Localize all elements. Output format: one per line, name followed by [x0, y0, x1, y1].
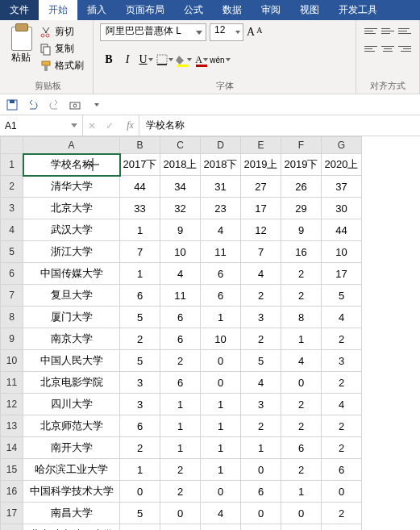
cell-B16[interactable]: 0 [120, 481, 160, 503]
cell-A6[interactable]: 中国传媒大学 [23, 263, 120, 285]
copy-button[interactable]: 复制 [37, 40, 86, 57]
cell-D13[interactable]: 1 [201, 415, 241, 437]
cell-E15[interactable]: 0 [241, 459, 281, 481]
cell-G5[interactable]: 10 [322, 241, 362, 263]
cell-G4[interactable]: 44 [322, 219, 362, 241]
row-header-12[interactable]: 12 [1, 394, 23, 415]
cell-G3[interactable]: 30 [322, 198, 362, 219]
col-header-C[interactable]: C [160, 137, 201, 154]
tab-layout[interactable]: 页面布局 [116, 0, 174, 20]
cell-G12[interactable]: 4 [322, 394, 362, 415]
cell-C6[interactable]: 4 [160, 263, 201, 285]
cell-D17[interactable]: 4 [201, 503, 241, 524]
align-bottom-button[interactable] [397, 23, 413, 38]
cell-B14[interactable]: 2 [120, 437, 160, 459]
col-header-G[interactable]: G [322, 137, 362, 154]
fill-color-button[interactable] [174, 51, 192, 69]
cell-B11[interactable]: 3 [120, 372, 160, 394]
cell-C12[interactable]: 1 [160, 394, 201, 415]
cell-A7[interactable]: 复旦大学 [23, 285, 120, 307]
row-header-17[interactable]: 17 [1, 503, 23, 524]
cell-G9[interactable]: 2 [322, 328, 362, 350]
cell-E12[interactable]: 3 [241, 394, 281, 415]
cell-C5[interactable]: 10 [160, 241, 201, 263]
cell-G13[interactable]: 2 [322, 415, 362, 437]
cell-C13[interactable]: 1 [160, 415, 201, 437]
row-header-18[interactable]: 18 [1, 524, 23, 531]
align-center-button[interactable] [380, 41, 396, 56]
bold-button[interactable]: B [100, 51, 118, 69]
cell-E6[interactable]: 4 [241, 263, 281, 285]
font-size-select[interactable]: 12 [210, 23, 243, 41]
cell-B17[interactable]: 5 [120, 503, 160, 524]
redo-button[interactable] [47, 98, 61, 112]
cell-C7[interactable]: 11 [160, 285, 201, 307]
cell-A18[interactable]: 北京航空航天大学 [23, 524, 120, 531]
tab-dev[interactable]: 开发工具 [329, 0, 387, 20]
font-color-button[interactable]: A [193, 51, 210, 69]
cell-F6[interactable]: 2 [281, 263, 322, 285]
cell-B7[interactable]: 6 [120, 285, 160, 307]
undo-button[interactable] [26, 98, 40, 112]
cell-C4[interactable]: 9 [160, 219, 201, 241]
cell-C1[interactable]: 2018上 [160, 154, 201, 176]
row-header-7[interactable]: 7 [1, 285, 23, 307]
cell-D5[interactable]: 11 [201, 241, 241, 263]
cell-F11[interactable]: 0 [281, 372, 322, 394]
cell-F15[interactable]: 2 [281, 459, 322, 481]
cell-E8[interactable]: 3 [241, 307, 281, 328]
cell-B1[interactable]: 2017下 [120, 154, 160, 176]
row-header-14[interactable]: 14 [1, 437, 23, 459]
cell-F12[interactable]: 2 [281, 394, 322, 415]
row-header-15[interactable]: 15 [1, 459, 23, 481]
cell-A3[interactable]: 北京大学 [23, 198, 120, 219]
cell-E11[interactable]: 4 [241, 372, 281, 394]
row-header-5[interactable]: 5 [1, 241, 23, 263]
camera-button[interactable] [68, 98, 82, 112]
cell-D14[interactable]: 1 [201, 437, 241, 459]
cell-D4[interactable]: 4 [201, 219, 241, 241]
cell-E14[interactable]: 1 [241, 437, 281, 459]
cell-F18[interactable]: 0 [281, 524, 322, 531]
cell-C10[interactable]: 2 [160, 350, 201, 372]
row-header-3[interactable]: 3 [1, 198, 23, 219]
name-box[interactable]: A1 [0, 115, 83, 136]
cell-G17[interactable]: 2 [322, 503, 362, 524]
cell-E1[interactable]: 2019上 [241, 154, 281, 176]
cell-D16[interactable]: 0 [201, 481, 241, 503]
cell-C2[interactable]: 34 [160, 176, 201, 198]
row-header-1[interactable]: 1 [1, 154, 23, 176]
tab-review[interactable]: 审阅 [252, 0, 290, 20]
tab-view[interactable]: 视图 [290, 0, 329, 20]
cell-A17[interactable]: 南昌大学 [23, 503, 120, 524]
cut-button[interactable]: 剪切 [37, 23, 86, 40]
cell-B9[interactable]: 2 [120, 328, 160, 350]
cell-A2[interactable]: 清华大学 [23, 176, 120, 198]
cell-E16[interactable]: 6 [241, 481, 281, 503]
formula-bar[interactable]: 学校名称 [139, 119, 420, 132]
cell-B5[interactable]: 7 [120, 241, 160, 263]
col-header-D[interactable]: D [201, 137, 241, 154]
cell-B13[interactable]: 6 [120, 415, 160, 437]
cell-F3[interactable]: 29 [281, 198, 322, 219]
worksheet[interactable]: ABCDEFG1学校名称2017下2018上2018下2019上2019下202… [0, 136, 420, 530]
cell-C11[interactable]: 6 [160, 372, 201, 394]
cell-F4[interactable]: 9 [281, 219, 322, 241]
cell-C15[interactable]: 2 [160, 459, 201, 481]
tab-file[interactable]: 文件 [0, 0, 39, 20]
cell-B15[interactable]: 1 [120, 459, 160, 481]
cell-G1[interactable]: 2020上 [322, 154, 362, 176]
italic-button[interactable]: I [119, 51, 136, 69]
col-header-E[interactable]: E [241, 137, 281, 154]
cell-D2[interactable]: 31 [201, 176, 241, 198]
cell-F1[interactable]: 2019下 [281, 154, 322, 176]
tab-data[interactable]: 数据 [213, 0, 252, 20]
cell-G7[interactable]: 5 [322, 285, 362, 307]
cell-E9[interactable]: 2 [241, 328, 281, 350]
cell-G10[interactable]: 3 [322, 350, 362, 372]
qat-customize[interactable] [89, 98, 103, 112]
row-header-16[interactable]: 16 [1, 481, 23, 503]
cell-D10[interactable]: 0 [201, 350, 241, 372]
cell-A13[interactable]: 北京师范大学 [23, 415, 120, 437]
cell-A9[interactable]: 南京大学 [23, 328, 120, 350]
